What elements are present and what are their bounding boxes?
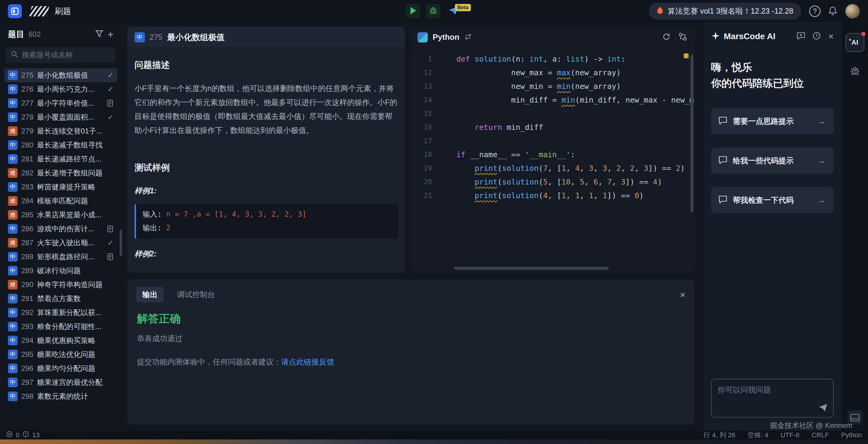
language-swap-icon[interactable] <box>464 33 472 41</box>
close-icon[interactable]: × <box>680 290 685 299</box>
problem-list-item[interactable]: 中288矩形棋盘路径问... <box>4 250 117 264</box>
code-line[interactable]: 14 min_diff = min(min_diff, new_max - ne… <box>409 93 695 107</box>
send-icon[interactable] <box>818 403 828 413</box>
ai-panel-header: MarsCode AI × <box>711 31 834 41</box>
code-line[interactable]: 16 return min_diff <box>409 121 695 134</box>
line-number: 15 <box>409 107 443 121</box>
code-line[interactable]: 15 <box>409 107 695 121</box>
editor-horizontal-scrollbar[interactable] <box>454 267 609 270</box>
format-icon[interactable] <box>679 33 687 42</box>
problem-id: 275 <box>150 33 162 41</box>
ai-suggestion-card[interactable]: 给我一些代码提示→ <box>711 148 834 173</box>
code-area[interactable]: 1def solution(n: int, a: list) -> int:12… <box>409 48 695 273</box>
close-icon[interactable]: × <box>828 32 834 41</box>
new-chat-icon[interactable] <box>797 32 805 41</box>
line-number: 19 <box>409 161 443 175</box>
status-item[interactable]: 行 4, 列 26 <box>704 431 735 440</box>
difficulty-badge: 难 <box>8 168 18 178</box>
status-item[interactable]: 空格: 4 <box>747 431 768 440</box>
search-input[interactable] <box>22 51 111 59</box>
problem-list-item[interactable]: 中286游戏中的伤害计... <box>4 222 117 236</box>
editor-vertical-scrollbar[interactable] <box>690 55 693 213</box>
problem-id: 296 <box>21 364 33 373</box>
overview-warning-marker <box>684 54 689 58</box>
problem-title: 火车驶入驶出顺... <box>37 238 94 248</box>
problem-list-item[interactable]: 难279最长连续交替01子... <box>4 124 117 138</box>
code-line[interactable]: 13 new_min = min(new_array) <box>409 80 695 93</box>
marscode-ai-panel: MarsCode AI × 嗨，悦乐 你的代码陪练已到位 需要一点思路提示→给我… <box>703 22 842 431</box>
note-doc-icon <box>107 99 114 107</box>
problem-list-item[interactable]: 中294糖果优惠购买策略 <box>4 334 117 348</box>
ai-toggle-button[interactable]: AI <box>845 33 864 52</box>
code-line[interactable]: 18if __name__ == '__main__': <box>409 148 695 161</box>
status-item[interactable]: Python <box>841 431 862 439</box>
bell-icon[interactable] <box>829 6 837 17</box>
line-number: 21 <box>409 189 443 202</box>
problem-list-item[interactable]: 中296糖果均匀分配问题 <box>4 361 117 375</box>
search-box[interactable] <box>6 47 115 63</box>
difficulty-badge: 中 <box>8 98 18 108</box>
problem-list-item[interactable]: 难290神奇字符串构造问题 <box>4 278 117 292</box>
problem-list-item[interactable]: 难284模板串匹配问题 <box>4 194 117 208</box>
filter-icon[interactable] <box>95 30 103 39</box>
problem-count: 602 <box>29 30 41 38</box>
code-line[interactable]: 12 new_max = max(new_array) <box>409 66 695 80</box>
ai-suggestion-card[interactable]: 需要一点思路提示→ <box>711 108 834 134</box>
problem-title: 最长递减路径节点... <box>37 154 101 164</box>
problem-list-item[interactable]: 难285水果店果篮最小成... <box>4 208 117 222</box>
tab-debug-console[interactable]: 调试控制台 <box>177 289 215 299</box>
code-lines: 1def solution(n: int, a: list) -> int:12… <box>409 52 695 202</box>
problem-title: 粮食分配的可能性... <box>37 322 101 331</box>
code-line[interactable]: 19 print(solution(7, [1, 4, 3, 3, 2, 2, … <box>409 161 695 175</box>
problem-title: 禁着点方案数 <box>37 294 81 304</box>
problem-list-item[interactable]: 难287火车驶入驶出顺...✓ <box>4 236 117 250</box>
problem-list-item[interactable]: 中281最长递减路径节点... <box>4 152 117 166</box>
problem-id: 290 <box>21 280 33 289</box>
plugin-bug-icon[interactable] <box>850 66 860 77</box>
refresh-icon[interactable] <box>662 33 670 42</box>
help-icon[interactable]: ? <box>809 5 820 17</box>
problem-list-item[interactable]: 中297糖果迷宫的最优分配 <box>4 375 117 389</box>
add-problem-icon[interactable]: + <box>107 29 114 39</box>
code-text: new_min = min(new_array) <box>443 80 695 93</box>
ai-input[interactable] <box>712 379 833 417</box>
problem-list-item[interactable]: 难282最长递增子数组问题 <box>4 166 117 180</box>
sidebar-scrollbar[interactable] <box>120 230 122 256</box>
problem-list-item[interactable]: 中275最小化数组极值✓ <box>4 68 117 82</box>
status-item[interactable]: CRLF <box>811 431 829 439</box>
code-line[interactable]: 17 <box>409 134 695 148</box>
code-line[interactable]: 20 print(solution(5, [10, 5, 6, 7, 3]) =… <box>409 175 695 189</box>
problem-list-item[interactable]: 中293粮食分配的可能性... <box>4 320 117 334</box>
brand-mark-icon <box>29 6 49 17</box>
status-item[interactable]: UTF-8 <box>781 431 799 439</box>
problem-list-item[interactable]: 中280最长递减子数组寻找 <box>4 138 117 152</box>
history-icon[interactable] <box>812 32 821 41</box>
problem-title: 糖果吃法优化问题 <box>37 350 95 359</box>
problem-list-item[interactable]: 中277最小字符串价值... <box>4 96 117 110</box>
difficulty-badge: 中 <box>8 182 18 192</box>
debug-button[interactable] <box>426 4 440 19</box>
tab-output[interactable]: 输出 <box>136 287 164 302</box>
submit-button[interactable]: Beta <box>446 4 461 19</box>
problem-list-item[interactable]: 中283树苗健康提升策略 <box>4 180 117 194</box>
avatar[interactable] <box>845 4 860 19</box>
code-line[interactable]: 1def solution(n: int, a: list) -> int: <box>409 52 695 66</box>
problem-list-item[interactable]: 中295糖果吃法优化问题 <box>4 348 117 361</box>
problems-indicator[interactable]: 0 13 <box>6 431 40 439</box>
ai-greeting: 嗨，悦乐 你的代码陪练已到位 <box>711 59 834 91</box>
problem-id: 285 <box>21 211 33 219</box>
feedback-link[interactable]: 请点此链接反馈 <box>281 357 334 366</box>
problem-list-item[interactable]: 中289破冰行动问题 <box>4 264 117 278</box>
problem-list-item[interactable]: 中291禁着点方案数 <box>4 292 117 306</box>
app-logo[interactable] <box>8 4 22 18</box>
problem-list-item[interactable]: 中298素数元素的统计 <box>4 389 117 403</box>
problem-id: 287 <box>21 239 33 247</box>
contest-banner[interactable]: 算法竞赛 vol1 3报名啦！12.23 -12.28 <box>649 3 801 20</box>
problem-list-item[interactable]: 中276最小周长巧克力...✓ <box>4 82 117 96</box>
problem-list-item[interactable]: 中278最小覆盖圆面积...✓ <box>4 110 117 124</box>
ai-suggestion-card[interactable]: 帮我检查一下代码→ <box>711 187 834 213</box>
code-line[interactable]: 21 print(solution(4, [1, 1, 1, 1]) == 0) <box>409 189 695 202</box>
editor-panel: Python 1def solution(n: int, a: list) ->… <box>409 27 695 273</box>
problem-list-item[interactable]: 中292算珠重新分配以获... <box>4 306 117 320</box>
run-button[interactable] <box>406 4 421 19</box>
